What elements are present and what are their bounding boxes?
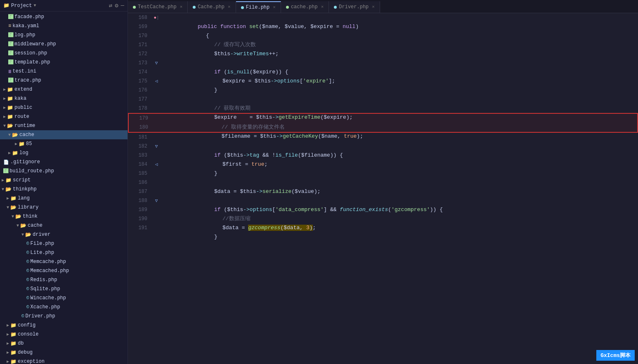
php-file-icon: 🅿 (8, 32, 13, 38)
tree-label: console (18, 331, 38, 337)
tree-item-sqlite-php[interactable]: © Sqlite.php (0, 284, 128, 294)
tab-close-icon[interactable]: × (372, 5, 375, 9)
tab-driver[interactable]: Driver.php × (329, 1, 380, 13)
class-file-icon: © (26, 277, 29, 282)
class-file-icon: © (26, 287, 29, 291)
php-file-icon: 🅿 (8, 59, 13, 66)
folder-arrow-icon: ▶ (2, 178, 4, 183)
tree-item-kaka[interactable]: ▶ 📁 kaka (0, 94, 128, 103)
tree-item-redis-php[interactable]: © Redis.php (0, 275, 128, 284)
tab-testcache[interactable]: TestCache.php × (128, 1, 188, 13)
tree-item-config[interactable]: ▶ 📁 config (0, 321, 128, 330)
watermark: GxIcms脚本 (596, 350, 635, 361)
code-editor[interactable]: 168 ●| public function set($name, $value… (128, 13, 638, 364)
code-line-173: 173 ▽ if (is_null($expire)) { (128, 59, 638, 68)
watermark-text: GxIcms脚本 (600, 352, 631, 359)
tree-label: kaka.yaml (12, 23, 39, 29)
php-file-icon: 🅿 (8, 77, 13, 84)
tree-item-driver-php[interactable]: © Driver.php (0, 312, 128, 321)
tree-item-kaka-yaml[interactable]: ≡ kaka.yaml (0, 21, 128, 31)
tree-label: Redis.php (31, 277, 57, 283)
tree-item-gitignore[interactable]: 📄 .gitignore (0, 157, 128, 167)
tree-item-thinkphp[interactable]: ▼ 📂 thinkphp (0, 185, 128, 194)
code-line-168: 168 ●| public function set($name, $value… (128, 13, 638, 22)
tree-item-session-php[interactable]: 🅿 session.php (0, 49, 128, 58)
tree-item-file-php[interactable]: © File.php (0, 239, 128, 248)
tree-item-think[interactable]: ▼ 📂 think (0, 212, 128, 221)
tree-item-lang[interactable]: ▶ 📁 lang (0, 194, 128, 203)
code-line-186: 186 $data = $this->serialize($value); (128, 178, 638, 187)
class-file-icon: © (26, 305, 29, 310)
folder-icon: 📁 (10, 195, 17, 202)
tree-item-extend[interactable]: ▶ 📁 extend (0, 85, 128, 94)
tree-item-facade-php[interactable]: 🅿 facade.php (0, 12, 128, 21)
code-line-182: 182 ▽ if ($this->tag && !is_file($filena… (128, 142, 638, 151)
php-file-icon: 🅿 (8, 50, 13, 56)
line-number: 184 (128, 160, 151, 169)
line-number: 190 (128, 214, 151, 223)
folder-arrow-icon: ▼ (8, 133, 11, 137)
tab-dot (193, 6, 196, 9)
tree-item-script[interactable]: ▶ 📁 script (0, 176, 128, 185)
folder-arrow-icon: ▶ (7, 359, 9, 364)
tree-item-test-ini[interactable]: ≣ test.ini (0, 67, 128, 76)
tree-item-build-route[interactable]: 🅿 build_route.php (0, 167, 128, 176)
tab-close-icon[interactable]: × (180, 5, 183, 9)
tree-item-log-folder[interactable]: ▶ 📁 log (0, 148, 128, 157)
tree-item-runtime[interactable]: ▼ 📂 runtime (0, 121, 128, 130)
sidebar-settings-icon[interactable]: ⚙ (115, 2, 118, 9)
tree-item-public[interactable]: ▶ 📁 public (0, 103, 128, 112)
folder-icon: 📁 (10, 331, 17, 338)
tab-close-icon[interactable]: × (228, 5, 231, 9)
tree-item-log-php[interactable]: 🅿 log.php (0, 31, 128, 40)
tree-item-xcache-php[interactable]: © Xcache.php (0, 303, 128, 312)
tree-label: log.php (14, 32, 35, 38)
tree-item-memcache-php[interactable]: © Memcache.php (0, 257, 128, 266)
tree-item-driver[interactable]: ▼ 📂 driver (0, 230, 128, 239)
tree-item-console[interactable]: ▶ 📁 console (0, 330, 128, 339)
folder-arrow-icon: ▶ (3, 96, 6, 101)
tree-label: session.php (14, 50, 47, 56)
sidebar-layout-icon[interactable]: ⇄ (109, 2, 112, 9)
tab-cache[interactable]: Cache.php × (188, 1, 236, 13)
tree-label: db (18, 341, 24, 346)
tab-dot (133, 6, 136, 9)
tree-item-wincache-php[interactable]: © Wincache.php (0, 294, 128, 303)
tree-label: cache (19, 132, 34, 138)
tree-item-exception[interactable]: ▶ 📁 exception (0, 357, 128, 364)
class-file-icon: © (26, 268, 29, 273)
tree-item-library[interactable]: ▼ 📂 library (0, 203, 128, 212)
tree-item-template-php[interactable]: 🅿 template.php (0, 58, 128, 67)
tab-dot (286, 6, 289, 9)
tree-item-lite-php[interactable]: © Lite.php (0, 248, 128, 257)
tree-label: Memcached.php (31, 268, 69, 274)
tree-item-memcached-php[interactable]: © Memcached.php (0, 266, 128, 275)
tree-item-cache-lib[interactable]: ▼ 📂 cache (0, 221, 128, 230)
line-number: 187 (128, 187, 151, 196)
tab-close-icon[interactable]: × (321, 5, 324, 9)
tab-cache-php[interactable]: cache.php × (281, 1, 329, 13)
folder-arrow-icon: ▶ (7, 196, 9, 201)
tab-file[interactable]: File.php × (236, 1, 281, 13)
class-file-icon: © (21, 314, 24, 319)
code-line-183: 183 $first = true; (128, 151, 638, 160)
tree-item-trace-php[interactable]: 🅿 trace.php (0, 76, 128, 85)
folder-arrow-icon: ▶ (15, 141, 17, 146)
line-gutter: ▽ (151, 196, 162, 205)
tab-close-icon[interactable]: × (273, 5, 276, 10)
code-line-184: 184 ◁ } (128, 160, 638, 169)
tree-item-debug[interactable]: ▶ 📁 debug (0, 348, 128, 357)
tree-item-route[interactable]: ▶ 📁 route (0, 112, 128, 121)
ini-file-icon: ≣ (8, 68, 11, 75)
sidebar-minimize-icon[interactable]: — (121, 2, 124, 9)
tree-item-cache[interactable]: ▼ 📂 cache (0, 130, 128, 139)
folder-arrow-icon: ▶ (7, 323, 9, 328)
tree-item-85[interactable]: ▶ 📁 85 (0, 139, 128, 148)
tree-item-middleware-php[interactable]: 🅿 middleware.php (0, 40, 128, 49)
tree-item-db[interactable]: ▶ 📁 db (0, 339, 128, 348)
folder-icon: 📁 (7, 105, 13, 111)
line-gutter: ◁ (151, 160, 162, 169)
sidebar-toolbar: ⇄ ⚙ — (109, 2, 124, 9)
tab-label: File.php (246, 5, 270, 10)
sidebar-title: 📁 Project ▼ (3, 2, 36, 9)
